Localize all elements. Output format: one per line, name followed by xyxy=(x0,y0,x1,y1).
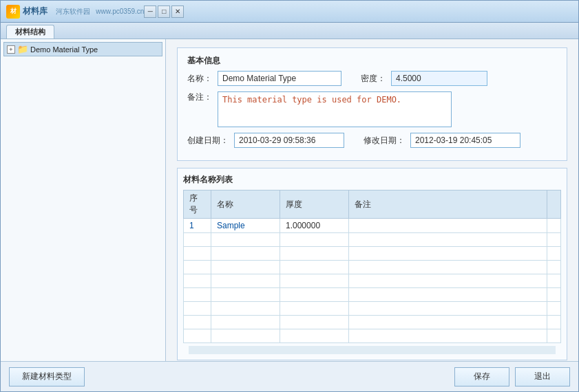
new-material-type-button[interactable]: 新建材料类型 xyxy=(9,367,85,386)
app-title: 材料库 xyxy=(23,6,48,17)
tree-area: + 📁 Demo Material Type xyxy=(1,39,165,361)
cell-name: Sample xyxy=(211,219,280,233)
logo-icon: 材 xyxy=(6,5,20,19)
col-header-note: 备注 xyxy=(349,190,547,219)
modified-label: 修改日期： xyxy=(364,135,405,146)
note-label: 备注： xyxy=(187,91,212,103)
tab-bar: 材料结构 xyxy=(1,23,578,39)
minimize-button[interactable]: ─ xyxy=(144,6,156,18)
bottom-bar: 新建材料类型 保存 退出 xyxy=(1,361,578,391)
density-label: 密度： xyxy=(361,73,386,85)
name-label: 名称： xyxy=(187,73,212,85)
dates-row: 创建日期： 修改日期： xyxy=(187,133,557,148)
name-input[interactable] xyxy=(218,71,341,86)
material-table: 序号 名称 厚度 备注 1 Sample 1.000000 xyxy=(183,190,561,343)
table-row xyxy=(184,233,561,247)
cell-extra xyxy=(547,219,561,233)
main-content: + 📁 Demo Material Type 基本信息 名称： 密度： xyxy=(1,39,578,361)
close-button[interactable]: ✕ xyxy=(171,6,184,18)
main-window: 材 材料库 河东软件园 www.pc0359.cn ─ □ ✕ 材料结构 xyxy=(0,0,579,392)
cell-thickness: 1.000000 xyxy=(280,219,349,233)
exit-button[interactable]: 退出 xyxy=(515,367,570,386)
col-header-name: 名称 xyxy=(211,190,280,219)
table-row xyxy=(184,247,561,261)
name-density-row: 名称： 密度： xyxy=(187,71,557,86)
created-date-input[interactable] xyxy=(234,133,344,148)
left-panel: + 📁 Demo Material Type xyxy=(1,39,166,361)
created-label: 创建日期： xyxy=(187,135,229,146)
basic-info-section: 基本信息 名称： 密度： 备注： This material type is u… xyxy=(177,47,567,161)
scrollbar[interactable] xyxy=(189,346,556,354)
note-textarea[interactable]: This material type is used for DEMO. xyxy=(218,91,452,127)
col-header-extra xyxy=(547,190,561,219)
tree-item-demo[interactable]: + 📁 Demo Material Type xyxy=(3,42,162,56)
maximize-button[interactable]: □ xyxy=(158,6,170,18)
bottom-right: 保存 退出 xyxy=(454,367,570,386)
col-header-thickness: 厚度 xyxy=(280,190,349,219)
cell-note xyxy=(349,219,547,233)
watermark-text: 河东软件园 www.pc0359.cn xyxy=(56,7,144,17)
table-row xyxy=(184,288,561,302)
density-input[interactable] xyxy=(391,71,487,86)
title-bar: 材 材料库 河东软件园 www.pc0359.cn ─ □ ✕ xyxy=(1,1,578,23)
modified-date-input[interactable] xyxy=(410,133,520,148)
col-header-num: 序号 xyxy=(184,190,211,219)
cell-num: 1 xyxy=(184,219,211,233)
window-controls: ─ □ ✕ xyxy=(144,6,184,18)
save-button[interactable]: 保存 xyxy=(454,367,509,386)
table-row xyxy=(184,302,561,316)
right-panel: 基本信息 名称： 密度： 备注： This material type is u… xyxy=(166,39,578,361)
table-row xyxy=(184,329,561,343)
bottom-left: 新建材料类型 xyxy=(9,367,454,386)
tree-item-label: Demo Material Type xyxy=(30,45,98,54)
table-row xyxy=(184,316,561,329)
app-logo: 材 材料库 河东软件园 www.pc0359.cn xyxy=(6,5,144,19)
material-list-section: 材料名称列表 序号 名称 厚度 备注 1 xyxy=(177,168,567,360)
tree-expand-icon[interactable]: + xyxy=(7,45,15,54)
basic-info-title: 基本信息 xyxy=(187,55,557,67)
note-row: 备注： This material type is used for DEMO. xyxy=(187,91,557,127)
folder-icon: 📁 xyxy=(17,44,28,54)
table-row xyxy=(184,274,561,288)
table-row: 1 Sample 1.000000 xyxy=(184,219,561,233)
tab-material-structure[interactable]: 材料结构 xyxy=(6,25,54,39)
table-row xyxy=(184,261,561,274)
material-list-title: 材料名称列表 xyxy=(183,174,561,186)
